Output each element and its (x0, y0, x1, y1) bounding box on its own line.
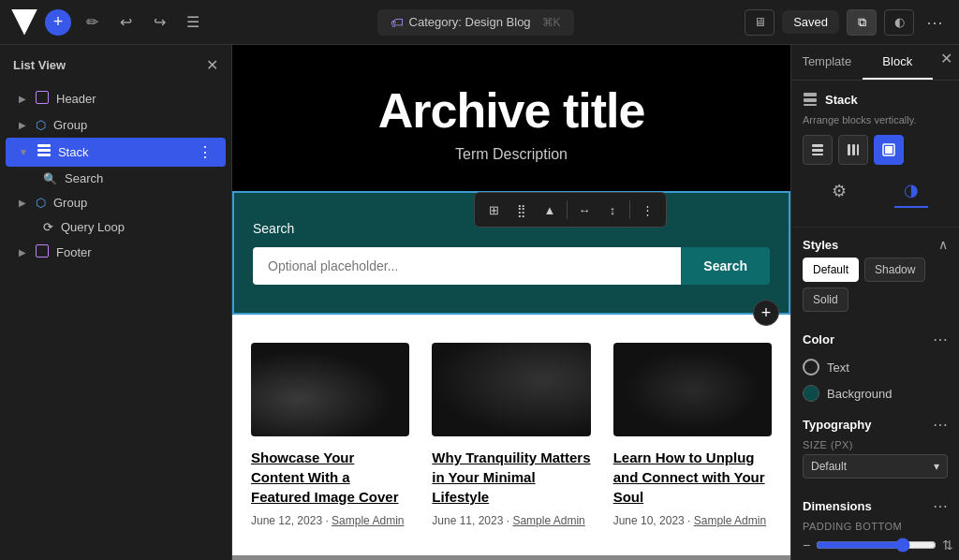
svg-rect-2 (37, 154, 51, 156)
post-image-inner-2 (432, 343, 590, 436)
svg-rect-13 (885, 146, 893, 154)
panel-close-button[interactable]: ✕ (933, 45, 959, 71)
search-button[interactable]: Search (681, 247, 770, 285)
bg-color-swatch[interactable] (803, 385, 819, 402)
sidebar-item-group1[interactable]: ▶ ⬡ Group (0, 112, 231, 138)
toolbar-align-left-button[interactable]: ↔ (571, 197, 598, 223)
canvas-area: ⊞ ⣿ ▲ ↔ ↕ ⋮ Archive title Term Descripti… (232, 45, 790, 560)
settings-contrast-button[interactable]: ◑ (894, 174, 928, 208)
post-author-2[interactable]: Sample Admin (512, 514, 584, 527)
style-default-button[interactable]: Default (803, 258, 859, 282)
layout-icon-3-active[interactable] (874, 135, 904, 165)
add-block-button[interactable]: + (45, 9, 71, 36)
redo-button[interactable]: ↪ (146, 9, 172, 36)
typography-header: Typography ⋯ (791, 406, 959, 439)
chevron-right-icon: ▶ (19, 247, 26, 258)
post-author-1[interactable]: Sample Admin (332, 514, 404, 527)
typography-title: Typography (803, 418, 871, 432)
layout-icons (803, 135, 948, 165)
style-solid-button[interactable]: Solid (803, 287, 848, 312)
sidebar-close-button[interactable]: ✕ (206, 56, 218, 74)
more-options-button[interactable]: ⋯ (922, 9, 948, 36)
post-image-3 (613, 343, 772, 436)
post-card-2[interactable]: Why Tranquility Matters in Your Minimal … (432, 343, 590, 527)
typography-more-button[interactable]: ⋯ (933, 416, 948, 434)
svg-rect-7 (812, 149, 823, 152)
monitor-view-button[interactable]: 🖥 (745, 9, 775, 36)
chevron-right-icon: ▶ (19, 120, 26, 130)
sidebar: List View ✕ ▶ Header ▶ ⬡ Group ▼ Stack ⋮… (0, 45, 232, 560)
styles-header: Styles ∧ (791, 228, 959, 258)
toolbar-divider2 (629, 200, 630, 219)
undo-button[interactable]: ↩ (112, 9, 139, 36)
split-view-button[interactable]: ⧉ (847, 9, 877, 36)
stack-section: Stack Arrange blocks vertically. ⚙ ◑ (791, 81, 959, 228)
toolbar-more-button[interactable]: ⋮ (634, 197, 660, 223)
add-block-button[interactable]: + (753, 300, 779, 326)
settings-gear-button[interactable]: ⚙ (822, 174, 856, 208)
saved-button[interactable]: Saved (782, 10, 839, 34)
style-buttons: Default Shadow Solid (791, 258, 959, 321)
sidebar-item-stack[interactable]: ▼ Stack ⋮ (6, 138, 226, 167)
dropdown-chevron-icon: ▾ (934, 460, 939, 473)
group2-icon: ⬡ (36, 196, 46, 210)
sidebar-item-label: Stack (58, 145, 89, 159)
post-author-3[interactable]: Sample Admin (694, 514, 766, 527)
post-title-2: Why Tranquility Matters in Your Minimal … (432, 448, 590, 507)
post-card-3[interactable]: Learn How to Unplug and Connect with You… (613, 343, 772, 527)
sidebar-subitem-queryloop[interactable]: ⟳ Query Loop (0, 215, 231, 239)
post-image-inner-3 (613, 343, 772, 436)
sliders-icon[interactable]: ⇅ (942, 538, 953, 553)
sidebar-subitem-search[interactable]: 🔍 Search (0, 167, 231, 190)
sidebar-item-label: Group (53, 118, 87, 132)
search-bar: Search (253, 247, 770, 285)
stack-block-icon (803, 92, 818, 111)
styles-chevron-icon[interactable]: ∧ (938, 237, 948, 252)
svg-rect-0 (37, 144, 51, 147)
text-color-swatch[interactable] (803, 359, 819, 376)
dimensions-more-button[interactable]: ⋯ (933, 497, 948, 515)
post-meta-2: June 11, 2023 · Sample Admin (432, 514, 590, 527)
edit-icon-button[interactable]: ✏ (79, 9, 105, 36)
post-card-1[interactable]: Showcase Your Content With a Featured Im… (251, 343, 409, 527)
padding-slider[interactable] (816, 538, 937, 553)
toolbar-align-button[interactable]: ⊞ (480, 197, 507, 223)
archive-header: Archive title Term Description (232, 45, 790, 191)
post-title-3: Learn How to Unplug and Connect with You… (613, 448, 772, 507)
category-label: Category: Design Blog (409, 15, 531, 29)
loop-icon: ⟳ (43, 220, 53, 234)
size-value: Default (811, 460, 847, 473)
sidebar-item-header[interactable]: ▶ Header (0, 85, 231, 112)
sidebar-item-group2[interactable]: ▶ ⬡ Group (0, 190, 231, 215)
minus-icon[interactable]: − (803, 538, 810, 553)
header-icon (36, 91, 49, 107)
logo-icon (11, 9, 37, 36)
layout-icon-2[interactable] (838, 135, 868, 165)
topbar-right: 🖥 Saved ⧉ ◐ ⋯ (745, 9, 948, 36)
color-title: Color (803, 332, 834, 346)
post-image-inner-1 (251, 343, 409, 436)
item-more-icon[interactable]: ⋮ (198, 143, 213, 161)
toolbar-align-center-button[interactable]: ↕ (599, 197, 626, 223)
size-select[interactable]: Default ▾ (803, 454, 948, 479)
svg-rect-6 (812, 144, 823, 147)
layout-icon-1[interactable] (803, 135, 833, 165)
color-more-button[interactable]: ⋯ (933, 331, 948, 348)
list-view-button[interactable]: ☰ (180, 9, 206, 36)
search-input[interactable] (253, 247, 681, 285)
right-panel: Template Block ✕ Stack Arrange blocks ve… (790, 45, 959, 560)
topbar: + ✏ ↩ ↪ ☰ 🏷 Category: Design Blog ⌘K 🖥 S… (0, 0, 959, 45)
tab-block[interactable]: Block (863, 45, 934, 80)
dark-mode-button[interactable]: ◐ (884, 9, 914, 36)
chevron-down-icon: ▼ (19, 147, 28, 157)
toolbar-drag-button[interactable]: ⣿ (509, 197, 535, 223)
toolbar-move-up-button[interactable]: ▲ (537, 197, 563, 223)
sidebar-item-footer[interactable]: ▶ Footer (0, 239, 231, 266)
tab-template[interactable]: Template (791, 45, 863, 80)
tag-icon: 🏷 (391, 15, 404, 30)
style-shadow-button[interactable]: Shadow (864, 258, 925, 282)
dimensions-title: Dimensions (803, 499, 872, 513)
category-indicator[interactable]: 🏷 Category: Design Blog ⌘K (377, 9, 574, 36)
sidebar-item-label: Group (53, 196, 87, 210)
stack-icon (37, 144, 51, 160)
